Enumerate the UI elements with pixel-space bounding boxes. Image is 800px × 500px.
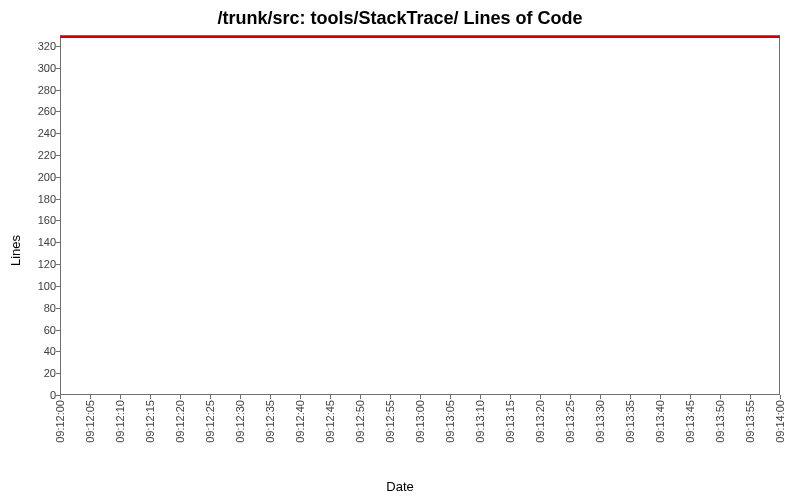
x-tick-mark bbox=[720, 395, 721, 399]
x-tick-label: 09:14:00 bbox=[774, 400, 786, 443]
x-tick-mark bbox=[660, 395, 661, 399]
x-tick-label: 09:13:05 bbox=[444, 400, 456, 443]
y-tick-label: 320 bbox=[30, 40, 56, 52]
y-tick-mark bbox=[56, 373, 60, 374]
y-tick-label: 180 bbox=[30, 193, 56, 205]
y-tick-mark bbox=[56, 308, 60, 309]
y-tick-mark bbox=[56, 220, 60, 221]
x-tick-label: 09:13:20 bbox=[534, 400, 546, 443]
x-tick-label: 09:13:00 bbox=[414, 400, 426, 443]
x-tick-label: 09:12:00 bbox=[54, 400, 66, 443]
y-tick-mark bbox=[56, 90, 60, 91]
y-tick-mark bbox=[56, 242, 60, 243]
x-tick-label: 09:12:10 bbox=[114, 400, 126, 443]
x-tick-label: 09:13:30 bbox=[594, 400, 606, 443]
y-tick-label: 40 bbox=[30, 345, 56, 357]
x-tick-mark bbox=[750, 395, 751, 399]
x-tick-label: 09:13:45 bbox=[684, 400, 696, 443]
y-tick-mark bbox=[56, 351, 60, 352]
x-tick-label: 09:13:40 bbox=[654, 400, 666, 443]
y-axis-label: Lines bbox=[6, 0, 26, 500]
x-tick-label: 09:12:05 bbox=[84, 400, 96, 443]
x-tick-mark bbox=[600, 395, 601, 399]
x-tick-mark bbox=[690, 395, 691, 399]
chart-title: /trunk/src: tools/StackTrace/ Lines of C… bbox=[0, 8, 800, 29]
plot-area bbox=[60, 35, 780, 395]
x-tick-mark bbox=[90, 395, 91, 399]
y-tick-label: 140 bbox=[30, 236, 56, 248]
x-tick-label: 09:13:15 bbox=[504, 400, 516, 443]
y-tick-mark bbox=[56, 68, 60, 69]
x-tick-mark bbox=[150, 395, 151, 399]
y-tick-label: 80 bbox=[30, 302, 56, 314]
x-tick-mark bbox=[300, 395, 301, 399]
x-tick-mark bbox=[570, 395, 571, 399]
x-tick-label: 09:13:10 bbox=[474, 400, 486, 443]
x-tick-label: 09:13:25 bbox=[564, 400, 576, 443]
x-tick-mark bbox=[210, 395, 211, 399]
x-tick-label: 09:13:50 bbox=[714, 400, 726, 443]
x-tick-mark bbox=[120, 395, 121, 399]
x-tick-mark bbox=[270, 395, 271, 399]
x-tick-mark bbox=[330, 395, 331, 399]
x-tick-label: 09:12:40 bbox=[294, 400, 306, 443]
y-tick-label: 160 bbox=[30, 214, 56, 226]
x-tick-label: 09:12:35 bbox=[264, 400, 276, 443]
y-tick-label: 60 bbox=[30, 324, 56, 336]
x-axis-label: Date bbox=[0, 479, 800, 494]
x-tick-mark bbox=[420, 395, 421, 399]
x-tick-label: 09:12:30 bbox=[234, 400, 246, 443]
y-tick-mark bbox=[56, 46, 60, 47]
x-tick-label: 09:13:35 bbox=[624, 400, 636, 443]
y-axis-label-text: Lines bbox=[9, 234, 24, 265]
x-tick-label: 09:12:20 bbox=[174, 400, 186, 443]
x-tick-mark bbox=[540, 395, 541, 399]
x-tick-label: 09:12:25 bbox=[204, 400, 216, 443]
y-tick-mark bbox=[56, 155, 60, 156]
y-tick-mark bbox=[56, 264, 60, 265]
x-tick-label: 09:12:50 bbox=[354, 400, 366, 443]
x-tick-mark bbox=[60, 395, 61, 399]
y-tick-label: 100 bbox=[30, 280, 56, 292]
x-tick-mark bbox=[780, 395, 781, 399]
y-tick-mark bbox=[56, 330, 60, 331]
y-tick-mark bbox=[56, 199, 60, 200]
data-series-line bbox=[60, 36, 780, 38]
x-tick-label: 09:12:15 bbox=[144, 400, 156, 443]
y-tick-label: 280 bbox=[30, 84, 56, 96]
x-tick-mark bbox=[360, 395, 361, 399]
x-tick-mark bbox=[510, 395, 511, 399]
y-tick-label: 240 bbox=[30, 127, 56, 139]
x-tick-label: 09:12:45 bbox=[324, 400, 336, 443]
y-tick-label: 120 bbox=[30, 258, 56, 270]
y-tick-mark bbox=[56, 177, 60, 178]
y-tick-label: 300 bbox=[30, 62, 56, 74]
x-tick-mark bbox=[240, 395, 241, 399]
x-tick-mark bbox=[390, 395, 391, 399]
y-tick-label: 0 bbox=[30, 389, 56, 401]
x-tick-label: 09:12:55 bbox=[384, 400, 396, 443]
y-tick-label: 260 bbox=[30, 105, 56, 117]
y-tick-mark bbox=[56, 111, 60, 112]
y-tick-label: 200 bbox=[30, 171, 56, 183]
y-tick-mark bbox=[56, 286, 60, 287]
x-tick-label: 09:13:55 bbox=[744, 400, 756, 443]
x-tick-mark bbox=[630, 395, 631, 399]
x-tick-mark bbox=[180, 395, 181, 399]
y-tick-label: 20 bbox=[30, 367, 56, 379]
x-tick-mark bbox=[450, 395, 451, 399]
loc-chart: /trunk/src: tools/StackTrace/ Lines of C… bbox=[0, 0, 800, 500]
y-tick-mark bbox=[56, 133, 60, 134]
y-tick-label: 220 bbox=[30, 149, 56, 161]
x-tick-mark bbox=[480, 395, 481, 399]
